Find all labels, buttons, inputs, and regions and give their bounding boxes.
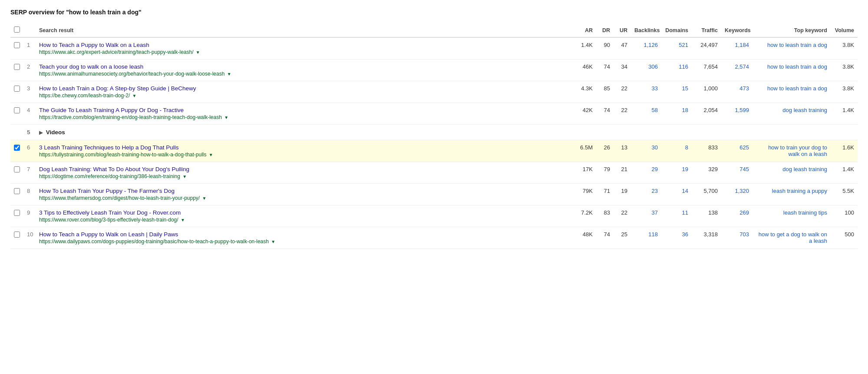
domains-link-8[interactable]: 11 xyxy=(682,209,688,216)
result-title-link-0[interactable]: How to Teach a Puppy to Walk on a Leash xyxy=(39,42,149,48)
backlinks-link-8[interactable]: 37 xyxy=(652,209,658,216)
domains-link-1[interactable]: 116 xyxy=(679,63,688,70)
url-dropdown-icon[interactable]: ▼ xyxy=(224,115,228,120)
domains-link-9[interactable]: 36 xyxy=(682,231,688,238)
col-header-search-result[interactable]: Search result xyxy=(36,23,571,37)
row-domains-0: 521 xyxy=(661,37,692,60)
row-checkbox-6[interactable] xyxy=(14,166,20,172)
backlinks-link-5[interactable]: 30 xyxy=(652,144,658,151)
result-title-2: How to Leash Train a Dog: A Step-by Step… xyxy=(39,85,568,92)
row-check-cell-8 xyxy=(10,205,23,227)
row-traffic-0: 24,497 xyxy=(692,37,721,60)
domains-link-2[interactable]: 15 xyxy=(682,85,688,92)
url-dropdown-icon[interactable]: ▼ xyxy=(181,218,185,222)
domains-link-7[interactable]: 14 xyxy=(682,188,688,194)
keywords-link-0[interactable]: 1,184 xyxy=(735,42,749,48)
topkw-link-7[interactable]: leash training a puppy xyxy=(772,188,827,194)
keywords-link-3[interactable]: 1,599 xyxy=(735,107,749,113)
domains-link-5[interactable]: 8 xyxy=(685,144,688,151)
topkw-link-1[interactable]: how to leash train a dog xyxy=(767,63,827,70)
row-backlinks-9: 118 xyxy=(631,227,661,249)
row-checkbox-8[interactable] xyxy=(14,210,20,216)
url-dropdown-icon[interactable]: ▼ xyxy=(196,50,200,55)
keywords-link-8[interactable]: 269 xyxy=(739,209,749,216)
domains-link-0[interactable]: 521 xyxy=(679,42,688,48)
col-header-domains[interactable]: Domains xyxy=(661,23,692,37)
result-title-link-3[interactable]: The Guide To Leash Training A Puppy Or D… xyxy=(39,107,184,113)
row-num-4: 5 xyxy=(23,125,36,140)
result-title-link-5[interactable]: 3 Leash Training Techniques to Help a Do… xyxy=(39,144,178,151)
keywords-link-6[interactable]: 745 xyxy=(739,166,749,172)
topkw-link-2[interactable]: how to leash train a dog xyxy=(767,85,827,92)
backlinks-link-0[interactable]: 1,126 xyxy=(644,42,658,48)
keywords-link-9[interactable]: 703 xyxy=(739,231,749,238)
row-ar-6: 17K xyxy=(571,162,596,184)
row-domains-5: 8 xyxy=(661,140,692,162)
row-videos-label: ▶ Videos xyxy=(36,125,858,140)
keywords-link-1[interactable]: 2,574 xyxy=(735,63,749,70)
row-checkbox-7[interactable] xyxy=(14,188,20,194)
row-checkbox-1[interactable] xyxy=(14,64,20,70)
select-all-checkbox[interactable] xyxy=(14,26,20,33)
col-header-keywords[interactable]: Keywords xyxy=(721,23,752,37)
result-title-link-2[interactable]: How to Leash Train a Dog: A Step-by Step… xyxy=(39,85,196,92)
url-dropdown-icon[interactable]: ▼ xyxy=(271,239,275,244)
col-header-dr[interactable]: DR xyxy=(596,23,614,37)
row-traffic-9: 3,318 xyxy=(692,227,721,249)
topkw-link-3[interactable]: dog leash training xyxy=(782,107,827,113)
row-dr-2: 85 xyxy=(596,81,614,103)
row-result-9: How to Teach a Puppy to Walk on Leash | … xyxy=(36,227,571,249)
row-volume-5: 1.6K xyxy=(831,140,858,162)
col-header-ar[interactable]: AR xyxy=(571,23,596,37)
col-header-top-keyword[interactable]: Top keyword xyxy=(752,23,831,37)
table-row: 5 ▶ Videos xyxy=(10,125,858,140)
keywords-link-2[interactable]: 473 xyxy=(739,85,749,92)
backlinks-link-9[interactable]: 118 xyxy=(648,231,658,238)
row-checkbox-2[interactable] xyxy=(14,86,20,92)
url-dropdown-icon[interactable]: ▼ xyxy=(182,174,187,179)
col-header-traffic[interactable]: Traffic xyxy=(692,23,721,37)
table-row: 10 How to Teach a Puppy to Walk on Leash… xyxy=(10,227,858,249)
row-traffic-3: 2,054 xyxy=(692,103,721,125)
result-title-link-6[interactable]: Dog Leash Training: What To Do About You… xyxy=(39,166,189,172)
domains-link-6[interactable]: 19 xyxy=(682,166,688,172)
backlinks-link-7[interactable]: 23 xyxy=(652,188,658,194)
row-backlinks-8: 37 xyxy=(631,205,661,227)
row-check-cell-3 xyxy=(10,103,23,125)
row-check-cell-1 xyxy=(10,60,23,81)
row-checkbox-9[interactable] xyxy=(14,232,20,238)
topkw-link-9[interactable]: how to get a dog to walk on a leash xyxy=(759,231,827,244)
keywords-link-7[interactable]: 1,320 xyxy=(735,188,749,194)
url-dropdown-icon[interactable]: ▼ xyxy=(202,196,207,201)
col-header-volume[interactable]: Volume xyxy=(831,23,858,37)
url-dropdown-icon[interactable]: ▼ xyxy=(132,93,137,98)
domains-link-3[interactable]: 18 xyxy=(682,107,688,113)
row-volume-7: 5.5K xyxy=(831,184,858,205)
result-title-link-9[interactable]: How to Teach a Puppy to Walk on Leash | … xyxy=(39,231,178,238)
backlinks-link-2[interactable]: 33 xyxy=(652,85,658,92)
url-dropdown-icon[interactable]: ▼ xyxy=(227,72,231,76)
result-url-5: https://tullystraining.com/blog/leash-tr… xyxy=(39,152,568,158)
topkw-link-6[interactable]: dog leash training xyxy=(782,166,827,172)
topkw-link-8[interactable]: leash training tips xyxy=(783,209,827,216)
backlinks-link-3[interactable]: 58 xyxy=(652,107,658,113)
result-title-link-7[interactable]: How To Leash Train Your Puppy - The Farm… xyxy=(39,188,175,194)
row-checkbox-3[interactable] xyxy=(14,107,20,113)
row-topkw-3: dog leash training xyxy=(752,103,831,125)
row-ar-7: 79K xyxy=(571,184,596,205)
url-dropdown-icon[interactable]: ▼ xyxy=(209,152,213,157)
row-checkbox-5[interactable] xyxy=(14,145,20,151)
col-header-backlinks[interactable]: Backlinks xyxy=(631,23,661,37)
result-title-link-1[interactable]: Teach your dog to walk on a loose leash xyxy=(39,63,143,70)
backlinks-link-1[interactable]: 306 xyxy=(648,63,658,70)
topkw-link-0[interactable]: how to leash train a dog xyxy=(767,42,827,48)
backlinks-link-6[interactable]: 29 xyxy=(652,166,658,172)
table-header-row: Search result AR DR UR Backlinks Domains… xyxy=(10,23,858,37)
col-header-ur[interactable]: UR xyxy=(614,23,631,37)
row-backlinks-0: 1,126 xyxy=(631,37,661,60)
row-checkbox-0[interactable] xyxy=(14,42,20,48)
keywords-link-5[interactable]: 625 xyxy=(739,144,749,151)
row-traffic-5: 833 xyxy=(692,140,721,162)
result-title-link-8[interactable]: 3 Tips to Effectively Leash Train Your D… xyxy=(39,209,181,216)
topkw-link-5[interactable]: how to train your dog to walk on a leash xyxy=(768,144,827,157)
